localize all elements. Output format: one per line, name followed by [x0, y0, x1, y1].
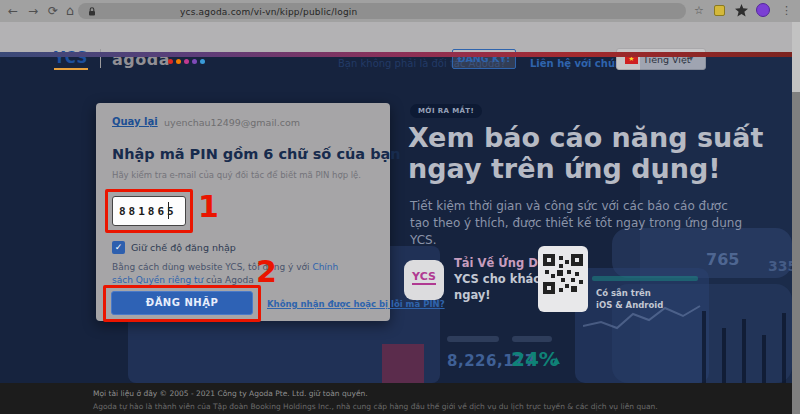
promo-title-line2: ngay trên ứng dụng!: [408, 153, 763, 184]
bg-stat-765: 765: [706, 250, 739, 269]
ycs-app-icon-label: YCS: [412, 271, 436, 285]
keep-signed-in-label: Giữ chế độ đăng nhập: [131, 242, 236, 253]
email-text: uyenchau12499@gmail.com: [164, 117, 300, 128]
qr-code: [538, 246, 588, 312]
pin-subtitle: Hãy kiểm tra e-mail của quý đối tác để b…: [112, 170, 361, 180]
address-bar[interactable]: ycs.agoda.com/vi-vn/kipp/public/login: [78, 3, 686, 19]
bookmark-star-icon[interactable]: ☆: [694, 3, 704, 19]
extension-icon[interactable]: [714, 5, 725, 16]
screenshot-root: ← → ⟳ ⌂ ycs.agoda.com/vi-vn/kipp/public/…: [0, 0, 800, 414]
agoda-dot-orange: [176, 59, 181, 64]
pin-input[interactable]: [112, 196, 186, 226]
bg-stat-label: [512, 336, 552, 342]
policy-prefix: Bằng cách dùng website YCS, tôi đồng ý v…: [112, 262, 312, 272]
agoda-dot-red: [168, 59, 173, 64]
annotation-number-2: 2: [256, 254, 277, 289]
footer-copyright: Mọi tài liệu ở đây © 2005 - 2021 Công ty…: [93, 389, 368, 398]
bg-stat-label: [447, 336, 499, 342]
promo-title: Xem báo cáo năng suất ngay trên ứng dụng…: [408, 122, 763, 184]
ycs-app-icon: YCS: [404, 260, 444, 300]
profile-avatar[interactable]: [756, 3, 770, 17]
bg-red-chart-block: [382, 344, 424, 383]
bg-bar: [742, 319, 746, 383]
bg-bar: [782, 313, 786, 383]
forward-icon[interactable]: →: [28, 3, 38, 19]
url-text: ycs.agoda.com/vi-vn/kipp/public/login: [180, 7, 357, 17]
qr-caption-line1: Có sẵn trên: [596, 288, 651, 298]
bg-growth-caret: ▲: [553, 355, 560, 365]
bg-growth-value: 24%: [511, 347, 559, 371]
scrollbar-thumb[interactable]: [792, 22, 800, 92]
new-badge: MỚI RA MẮT!: [410, 104, 482, 118]
bg-bar: [762, 335, 766, 383]
bg-bar: [702, 311, 706, 383]
pin-help-link[interactable]: Không nhận được hoặc bị lỗi mã PIN?: [267, 299, 445, 309]
pin-title: Nhập mã PIN gồm 6 chữ số của bạn: [112, 146, 401, 162]
annotation-number-1: 1: [198, 189, 219, 224]
text-cursor: [168, 202, 169, 219]
site-header: YCS agoda Bạn không phải là đối tác Agod…: [0, 22, 800, 52]
browser-menu-icon[interactable]: ⋮: [781, 3, 792, 19]
qr-pattern: [543, 254, 583, 294]
login-button[interactable]: ĐĂNG NHẬP: [111, 291, 253, 315]
qr-caption-line2: iOS & Android: [596, 300, 663, 310]
agoda-dot-blue: [200, 59, 205, 64]
promo-description: Tiết kiệm thời gian và công sức với các …: [410, 198, 744, 249]
bg-bar: [722, 328, 726, 383]
home-icon[interactable]: ⌂: [66, 3, 74, 19]
extensions-puzzle-icon[interactable]: [735, 4, 748, 17]
back-icon[interactable]: ←: [8, 3, 18, 19]
download-line3: ngay!: [454, 288, 491, 302]
refresh-icon[interactable]: ⟳: [48, 3, 58, 19]
lock-icon: [88, 7, 96, 16]
promo-title-line1: Xem báo cáo năng suất: [408, 122, 763, 153]
keep-signed-in-checkbox[interactable]: ✓: [112, 241, 125, 254]
policy-text: Bằng cách dùng website YCS, tôi đồng ý v…: [112, 261, 358, 286]
agoda-dot-magenta: [184, 59, 189, 64]
bg-trend-title: [592, 276, 698, 281]
policy-suffix: của Agoda: [203, 275, 254, 285]
browser-toolbar: ← → ⟳ ⌂ ycs.agoda.com/vi-vn/kipp/public/…: [0, 0, 800, 22]
agoda-dot-purple: [192, 59, 197, 64]
page-footer: Mọi tài liệu ở đây © 2005 - 2021 Công ty…: [0, 383, 800, 414]
back-link[interactable]: Quay lại: [112, 116, 158, 127]
footer-company-info: Agoda tự hào là thành viên của Tập đoàn …: [93, 402, 658, 411]
pin-login-modal: Quay lại uyenchau12499@gmail.com Nhập mã…: [96, 103, 390, 321]
